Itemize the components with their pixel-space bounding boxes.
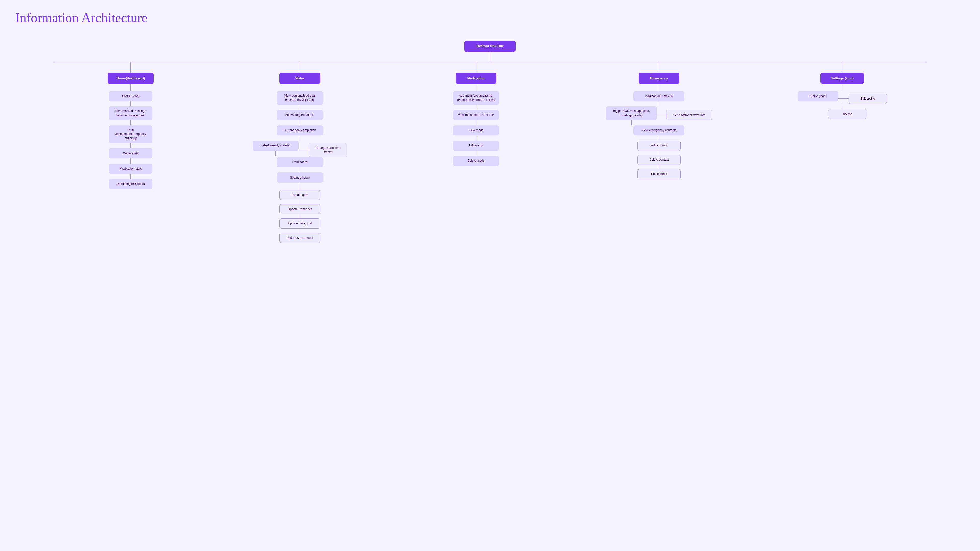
water-node: Water: [280, 73, 320, 84]
home-child-1: Personalised message based on usage tren…: [109, 106, 152, 120]
settings-node: Settings (icon): [821, 73, 864, 84]
emergency-node: Emergency: [638, 73, 679, 84]
home-child-3: Water stats: [109, 148, 152, 159]
water-settings-sub-3: Update cup amount: [280, 233, 320, 243]
water-child-0: View personalised goal base on BMI/Set g…: [277, 91, 323, 105]
water-settings-sub-1: Update Reminder: [280, 204, 320, 214]
emerg-sos-sub: Send optional extra info: [666, 110, 712, 120]
water-child-3: Latest weekly statistic: [253, 141, 299, 151]
home-child-0: Profile (icon): [109, 91, 152, 101]
emerg-contact-sub-1: Delete contact: [637, 155, 681, 165]
water-child-1: Add water(litres/cups): [277, 110, 323, 120]
water-settings-sub-2: Update daily goal: [280, 218, 320, 229]
water-weekly-sub: Change stats time frame: [309, 143, 347, 157]
settings-child-0: Profile (icon): [797, 91, 838, 101]
settings-profile-sub-0: Edit profile: [849, 94, 887, 104]
med-child-3: Edit meds: [453, 141, 499, 151]
medication-branch: Medication Add meds(set timeframe, remin…: [391, 62, 560, 166]
root-node: Bottom Nav Bar: [465, 41, 515, 52]
med-child-0: Add meds(set timeframe, reminds user whe…: [453, 91, 499, 105]
page-title: Information Architecture: [15, 10, 965, 25]
home-child-5: Upcoming reminders: [109, 179, 152, 189]
water-child-2: Current goal completion: [277, 125, 323, 135]
settings-theme: Theme: [828, 109, 866, 119]
emergency-branch: Emergency Add contact (max 3) trigger SO…: [560, 62, 758, 179]
home-node: Home(dashboard): [108, 73, 154, 84]
emerg-contact-sub-2: Edit contact: [637, 169, 681, 179]
water-branch: Water View personalised goal base on BMI…: [208, 62, 391, 243]
medication-node: Medication: [455, 73, 496, 84]
settings-branch: Settings (icon) Profile (icon) Edit prof…: [758, 62, 927, 119]
home-child-2: Pain assesment/emergency check up: [109, 125, 152, 143]
emerg-contact-sub-0: Add contact: [637, 141, 681, 151]
water-child-5: Settings (icon): [277, 172, 323, 183]
water-child-4: Reminders: [277, 157, 323, 167]
ia-diagram: Bottom Nav Bar Home(dashboard) Profile (…: [15, 41, 965, 243]
med-child-2: View meds: [453, 125, 499, 135]
emerg-child-0: Add contact (max 3): [633, 91, 684, 101]
med-child-4: Delete meds: [453, 156, 499, 166]
home-branch: Home(dashboard) Profile (icon) Personali…: [53, 62, 208, 189]
home-child-4: Medication stats: [109, 164, 152, 174]
emerg-child-1: trigger SOS message(sms, whatsapp, calls…: [606, 106, 657, 120]
med-child-1: View latest meds reminder: [453, 110, 499, 120]
water-settings-sub-0: Update goal: [280, 190, 320, 200]
emerg-child-2: View emergency contacts: [633, 125, 684, 135]
